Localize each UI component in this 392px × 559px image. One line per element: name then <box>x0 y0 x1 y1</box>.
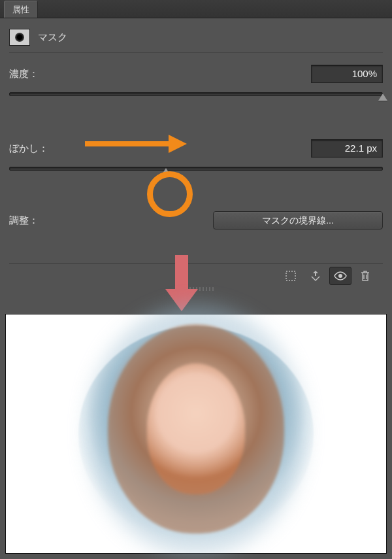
adjust-label: 調整： <box>9 214 39 227</box>
apply-mask-icon[interactable] <box>304 267 327 285</box>
density-slider-track <box>9 92 383 96</box>
feather-slider-thumb[interactable] <box>161 168 171 175</box>
panel-body: マスク 濃度： 100% ぼかし： 22.1 px 調整： マスクの境界線... <box>0 18 392 291</box>
svg-rect-0 <box>286 271 295 280</box>
density-row: 濃度： 100% <box>9 65 383 83</box>
feather-slider-track <box>9 167 383 171</box>
feather-value-input[interactable]: 22.1 px <box>311 139 383 158</box>
density-slider[interactable] <box>9 88 383 101</box>
feather-slider[interactable] <box>9 163 383 176</box>
toggle-visibility-icon[interactable] <box>329 267 351 285</box>
preview-subject <box>147 364 245 494</box>
resize-grip[interactable] <box>176 287 216 291</box>
feather-row: ぼかし： 22.1 px <box>9 139 383 158</box>
feather-label: ぼかし： <box>9 143 48 155</box>
svg-point-1 <box>338 274 342 278</box>
preview-canvas <box>5 314 387 554</box>
load-selection-icon[interactable] <box>280 267 302 285</box>
footer-bar <box>9 263 383 287</box>
properties-tab[interactable]: 属性 <box>4 1 38 18</box>
mask-thumbnail[interactable] <box>9 29 30 46</box>
density-label: 濃度： <box>9 68 39 80</box>
mask-thumbnail-dot <box>15 33 24 42</box>
mask-header: マスク <box>9 25 383 53</box>
mask-header-label: マスク <box>38 31 67 44</box>
density-value-input[interactable]: 100% <box>311 65 383 83</box>
adjust-row: 調整： マスクの境界線... <box>9 211 383 236</box>
density-slider-thumb[interactable] <box>378 93 387 101</box>
mask-edge-button[interactable]: マスクの境界線... <box>213 211 383 229</box>
delete-icon[interactable] <box>354 267 376 285</box>
panel-tab-bar: 属性 <box>0 0 392 18</box>
